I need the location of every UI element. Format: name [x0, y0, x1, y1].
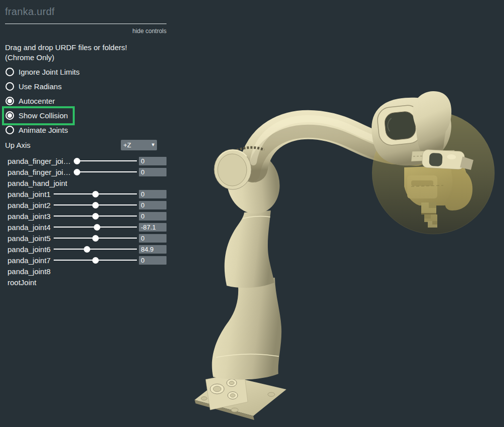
toggle-list: Ignore Joint LimitsUse RadiansAutocenter…: [0, 65, 166, 137]
hide-controls-link[interactable]: hide controls: [5, 28, 166, 35]
joint-slider[interactable]: [74, 158, 137, 164]
slider-thumb[interactable]: [92, 213, 99, 220]
joint-label: panda_joint4: [8, 223, 51, 232]
toggle-row-show-collision[interactable]: Show Collision: [0, 108, 166, 123]
joint-row-panda_joint5: panda_joint50: [0, 233, 166, 244]
joint-label: panda_hand_joint: [8, 179, 67, 187]
joint-row-panda_finger_joint2: panda_finger_joint20: [0, 166, 166, 177]
slider-thumb[interactable]: [74, 158, 80, 164]
joint-row-panda_joint8: panda_joint8: [0, 266, 166, 277]
toggle-row-use-radians[interactable]: Use Radians: [0, 79, 166, 94]
joint-label: panda_joint2: [8, 201, 51, 209]
radio-unchecked-icon[interactable]: [6, 126, 14, 134]
slider-thumb[interactable]: [74, 169, 80, 175]
joint-row-panda_joint7: panda_joint70: [0, 255, 166, 266]
up-axis-select[interactable]: +Z: [121, 140, 157, 150]
toggle-row-animate-joints[interactable]: Animate Joints: [0, 123, 166, 137]
radio-unchecked-icon[interactable]: [6, 68, 14, 76]
joint-row-panda_joint3: panda_joint30: [0, 210, 166, 222]
joint-row-panda_hand_joint: panda_hand_joint: [0, 177, 166, 188]
joint-row-panda_finger_joint1: panda_finger_joint10: [0, 155, 166, 166]
up-axis-label: Up Axis: [5, 140, 31, 150]
joint-label: panda_joint3: [8, 212, 51, 221]
urdf-title: franka.urdf: [5, 6, 55, 18]
up-axis-row: Up Axis +Z ▾: [0, 140, 166, 150]
app-stage: franka.urdf hide controls Drag and drop …: [0, 0, 504, 427]
joint-value-input[interactable]: 0: [139, 212, 166, 221]
joint-label: panda_finger_joint1: [8, 157, 71, 165]
joint-slider[interactable]: [54, 191, 137, 197]
joint-row-panda_joint2: panda_joint20: [0, 199, 166, 210]
slider-thumb[interactable]: [92, 257, 99, 264]
joint-label: panda_joint1: [8, 190, 51, 198]
joint-slider[interactable]: [54, 257, 137, 264]
slider-thumb[interactable]: [92, 191, 99, 197]
joint-label: panda_joint7: [8, 256, 51, 265]
joint-value-input[interactable]: 0: [139, 256, 166, 265]
joint-row-panda_joint4: panda_joint4-87.1: [0, 222, 166, 233]
drag-drop-instructions: Drag and drop URDF files or folders! (Ch…: [5, 43, 127, 63]
slider-thumb[interactable]: [84, 246, 90, 253]
joint-row-panda_joint1: panda_joint10: [0, 188, 166, 199]
toggle-label: Animate Joints: [19, 126, 68, 134]
joint-list: panda_finger_joint10panda_finger_joint20…: [0, 155, 166, 288]
slider-thumb[interactable]: [92, 202, 99, 208]
toggle-label: Show Collision: [19, 111, 68, 120]
joint-slider[interactable]: [54, 213, 137, 220]
joint-slider[interactable]: [54, 202, 137, 208]
radio-checked-icon[interactable]: [6, 97, 14, 105]
joint-label: panda_joint8: [8, 267, 51, 276]
toggle-row-ignore-joint-limits[interactable]: Ignore Joint Limits: [0, 65, 166, 79]
joint-label: panda_joint6: [8, 245, 51, 254]
joint-row-rootJoint: rootJoint: [0, 277, 166, 288]
joint-value-input[interactable]: 0: [139, 201, 166, 209]
title-divider: [5, 24, 166, 24]
joint-label: panda_joint5: [8, 234, 51, 243]
radio-checked-icon[interactable]: [6, 111, 14, 120]
joint-slider[interactable]: [54, 246, 137, 253]
joint-value-input[interactable]: 0: [139, 157, 166, 165]
joint-value-input[interactable]: 84.9: [139, 245, 166, 254]
joint-row-panda_joint6: panda_joint684.9: [0, 244, 166, 255]
joint-slider[interactable]: [54, 224, 137, 231]
joint-slider[interactable]: [54, 235, 137, 242]
toggle-label: Use Radians: [19, 82, 62, 91]
slider-thumb[interactable]: [94, 224, 100, 231]
joint-value-input[interactable]: 0: [139, 168, 166, 176]
joint-label: rootJoint: [8, 278, 37, 287]
instructions-line1: Drag and drop URDF files or folders!: [5, 43, 127, 53]
joint-value-input[interactable]: 0: [139, 234, 166, 243]
controls-panel: franka.urdf hide controls Drag and drop …: [0, 0, 166, 427]
toggle-label: Ignore Joint Limits: [19, 68, 80, 76]
radio-unchecked-icon[interactable]: [6, 82, 14, 91]
instructions-line2: (Chrome Only): [5, 53, 127, 63]
joint-label: panda_finger_joint2: [8, 168, 71, 176]
slider-thumb[interactable]: [92, 235, 99, 242]
toggle-label: Autocenter: [19, 97, 55, 105]
up-axis-select-wrap: +Z ▾: [121, 140, 157, 150]
joint-slider[interactable]: [74, 169, 137, 175]
joint-value-input[interactable]: 0: [139, 190, 166, 198]
joint-value-input[interactable]: -87.1: [139, 223, 166, 232]
